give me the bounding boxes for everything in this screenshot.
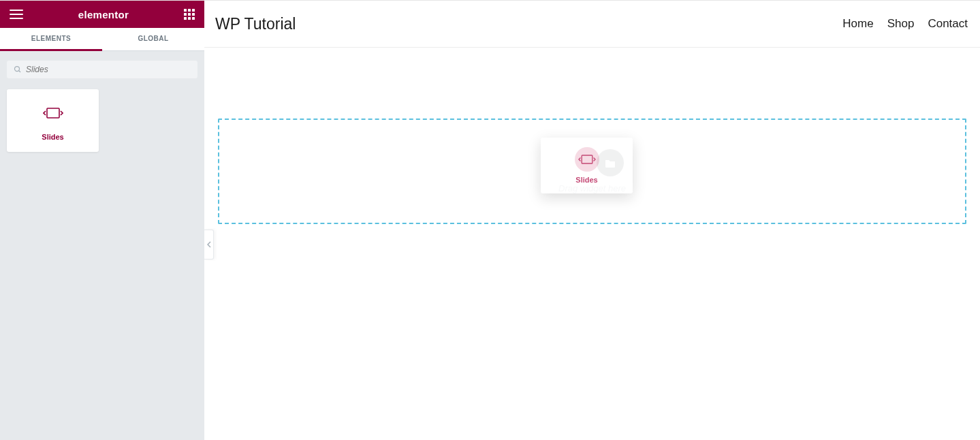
site-title: WP Tutorial (215, 15, 296, 33)
tab-elements[interactable]: ELEMENTS (0, 28, 102, 51)
slides-icon (14, 103, 92, 123)
elementor-sidebar: elementor ELEMENTS GLOBAL (0, 1, 204, 440)
menu-icon[interactable] (10, 10, 23, 19)
nav-contact[interactable]: Contact (928, 17, 968, 31)
svg-line-1 (19, 71, 21, 73)
drag-hint-text: Drag widget here (558, 183, 626, 193)
widget-search-input[interactable] (22, 65, 191, 74)
add-template-button[interactable] (597, 149, 624, 176)
preview-area: WP Tutorial Home Shop Contact (204, 1, 980, 440)
dropzone-actions (561, 149, 624, 176)
editor-canvas[interactable]: Drag widget here Slides (204, 48, 980, 440)
apps-grid-icon[interactable] (184, 9, 195, 20)
site-nav: Home Shop Contact (842, 17, 968, 31)
svg-rect-2 (47, 108, 59, 118)
sidebar-panel-body: Slides (0, 51, 204, 161)
brand-logo: elementor (78, 9, 129, 20)
sidebar-header: elementor (0, 1, 204, 28)
nav-home[interactable]: Home (842, 17, 873, 31)
folder-icon (605, 158, 616, 168)
section-dropzone[interactable]: Drag widget here Slides (218, 119, 966, 224)
search-icon (14, 65, 22, 74)
nav-shop[interactable]: Shop (887, 17, 915, 31)
site-header: WP Tutorial Home Shop Contact (204, 1, 980, 48)
widget-slides-label: Slides (14, 133, 92, 141)
app-root: elementor ELEMENTS GLOBAL (0, 0, 980, 440)
tab-global[interactable]: GLOBAL (102, 28, 204, 50)
sidebar-tabs: ELEMENTS GLOBAL (0, 28, 204, 51)
widget-search[interactable] (7, 61, 197, 78)
widget-slides[interactable]: Slides (7, 89, 99, 152)
dropzone-inner: Drag widget here (558, 149, 626, 193)
svg-point-0 (15, 67, 20, 72)
